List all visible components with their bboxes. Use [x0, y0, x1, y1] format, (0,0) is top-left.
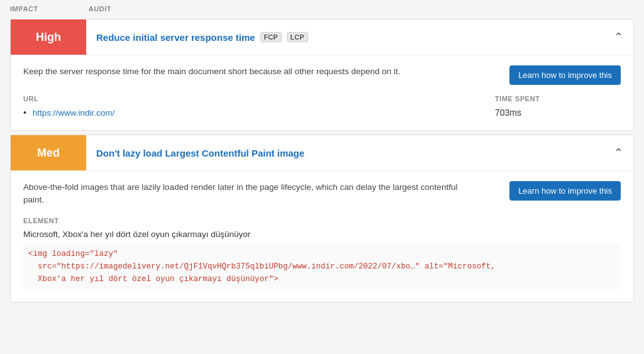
audit-column-header: AUDIT — [89, 5, 111, 13]
data-row: • https://www.indir.com/ 703ms — [23, 108, 621, 118]
audit-title-row: Med Don't lazy load Largest Contentful P… — [11, 135, 633, 170]
audit-title-area: Reduce initial server response time FCPL… — [86, 32, 604, 43]
audit-description: Above-the-fold images that are lazily lo… — [23, 181, 464, 207]
tag-lcp: LCP — [287, 32, 308, 42]
url-cell: • https://www.indir.com/ — [23, 108, 495, 118]
url-col-header: URL — [23, 95, 495, 102]
audit-body: Above-the-fold images that are lazily lo… — [11, 170, 633, 302]
data-section: URL TIME SPENT • https://www.indir.com/ … — [23, 95, 621, 118]
audit-card-med: Med Don't lazy load Largest Contentful P… — [10, 135, 634, 302]
learn-how-button[interactable]: Learn how to improve this — [509, 65, 621, 85]
tag-fcp: FCP — [260, 32, 282, 42]
description-row: Above-the-fold images that are lazily lo… — [23, 181, 621, 207]
audit-body: Keep the server response time for the ma… — [11, 55, 633, 130]
page-container: IMPACT AUDIT High Reduce initial server … — [0, 0, 644, 354]
url-link[interactable]: https://www.indir.com/ — [33, 108, 115, 118]
time-cell: 703ms — [495, 108, 621, 118]
column-headers: IMPACT AUDIT — [0, 0, 644, 15]
time-col-header: TIME SPENT — [495, 95, 621, 102]
audit-cards-container: High Reduce initial server response time… — [0, 19, 644, 302]
bullet: • — [23, 108, 26, 118]
description-row: Keep the server response time for the ma… — [23, 65, 621, 85]
data-col-headers: URL TIME SPENT — [23, 95, 621, 102]
impact-column-header: IMPACT — [10, 5, 38, 13]
audit-card-high: High Reduce initial server response time… — [10, 19, 634, 131]
element-code: <img loading="lazy" src="https://imagede… — [23, 244, 621, 289]
impact-badge-high: High — [11, 19, 86, 55]
learn-how-button[interactable]: Learn how to improve this — [509, 181, 621, 201]
impact-badge-med: Med — [11, 135, 86, 170]
element-text: Microsoft, Xbox'a her yıl dört özel oyun… — [23, 230, 621, 239]
element-section: ELEMENT Microsoft, Xbox'a her yıl dört ö… — [23, 217, 621, 289]
audit-title: Don't lazy load Largest Contentful Paint… — [96, 148, 304, 158]
audit-title-area: Don't lazy load Largest Contentful Paint… — [86, 148, 604, 158]
audit-description: Keep the server response time for the ma… — [23, 65, 401, 78]
element-label: ELEMENT — [23, 217, 621, 224]
collapse-button[interactable]: ⌃ — [604, 30, 633, 44]
audit-title-row: High Reduce initial server response time… — [11, 19, 633, 55]
collapse-button[interactable]: ⌃ — [604, 146, 633, 160]
audit-title: Reduce initial server response time — [96, 32, 255, 43]
